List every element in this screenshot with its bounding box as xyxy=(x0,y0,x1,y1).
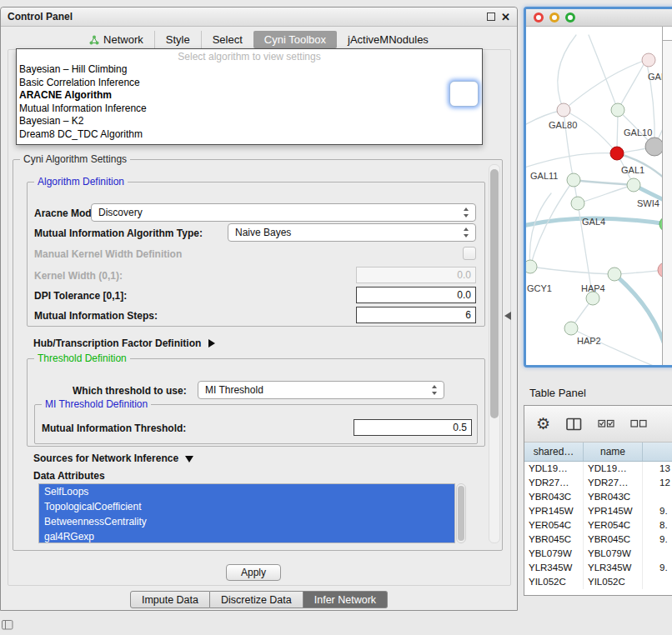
attribute-list-item[interactable]: SelfLoops xyxy=(39,484,454,499)
table-cell: 9. xyxy=(643,561,672,575)
dropdown-placeholder-option[interactable]: Select algorithm to view settings xyxy=(17,51,482,63)
algorithm-definition-group: Algorithm Definition Aracne Mode: Discov… xyxy=(27,182,485,327)
mi-steps-field[interactable] xyxy=(356,307,476,323)
scrollbar-thumb[interactable] xyxy=(458,486,464,541)
collapse-arrow-icon[interactable] xyxy=(504,312,511,320)
checked-boxes-icon[interactable] xyxy=(598,419,614,428)
tab-cyni-toolbox[interactable]: Cyni Toolbox xyxy=(253,31,337,48)
settings-scrollbar[interactable] xyxy=(489,164,500,543)
dpi-tolerance-field[interactable] xyxy=(356,287,476,303)
table-row[interactable]: YDR27…YDR27…12 xyxy=(524,476,672,490)
table-panel-title: Table Panel xyxy=(529,387,586,399)
which-threshold-combo[interactable]: MI Threshold xyxy=(198,381,444,399)
tab-label: Network xyxy=(103,33,143,46)
network-node[interactable] xyxy=(567,173,580,187)
table-cell: YDL19… xyxy=(524,462,584,476)
panel-dock-icon[interactable] xyxy=(2,618,13,628)
subgroup-title: Threshold Definition xyxy=(34,352,130,364)
tab-discretize-data[interactable]: Discretize Data xyxy=(210,591,303,608)
table-row[interactable]: YLR345WYLR345W9. xyxy=(524,561,672,575)
table-cell: YPR145W xyxy=(524,504,584,518)
algorithm-option[interactable]: Dream8 DC_TDC Algorithm xyxy=(17,128,482,142)
tab-select[interactable]: Select xyxy=(201,31,253,48)
close-traffic-light-icon[interactable] xyxy=(534,12,544,22)
algorithm-option[interactable]: Bayesian – Hill Climbing xyxy=(17,63,482,77)
table-cell: YIL052C xyxy=(584,575,643,589)
unchecked-boxes-icon[interactable] xyxy=(630,419,647,428)
minimize-traffic-light-icon[interactable] xyxy=(549,12,559,22)
algorithm-option[interactable]: Bayesian – K2 xyxy=(17,115,482,128)
tab-jactivemnodules[interactable]: jActiveMNodules xyxy=(337,31,439,48)
network-node[interactable] xyxy=(610,147,624,160)
network-window-titlebar[interactable] xyxy=(526,9,672,27)
table-row[interactable]: YDL19…YDL19…13 xyxy=(524,462,672,476)
dpi-tolerance-label: DPI Tolerance [0,1]: xyxy=(34,290,127,302)
gear-icon[interactable]: ⚙ xyxy=(536,416,550,432)
mi-threshold-definition-group: MI Threshold Definition Mutual Informati… xyxy=(34,404,478,444)
table-row[interactable]: YPR145WYPR145W9. xyxy=(524,504,672,518)
network-node[interactable] xyxy=(557,103,570,117)
network-node-label: GAL80 xyxy=(549,120,577,130)
subgroup-title: Algorithm Definition xyxy=(34,176,128,188)
algorithm-option[interactable]: ARACNE Algorithm xyxy=(17,89,482,102)
float-window-icon[interactable] xyxy=(487,12,495,21)
scrollbar-button[interactable] xyxy=(663,27,672,41)
tab-impute-data[interactable]: Impute Data xyxy=(130,591,210,608)
apply-button[interactable]: Apply xyxy=(226,564,281,581)
zoom-traffic-light-icon[interactable] xyxy=(565,12,575,22)
manual-kernel-checkbox[interactable] xyxy=(463,247,476,260)
window-title: Control Panel xyxy=(8,11,73,22)
network-node[interactable] xyxy=(608,268,621,281)
network-node[interactable] xyxy=(586,292,599,305)
network-node[interactable] xyxy=(645,138,664,156)
table-cell: YPR145W xyxy=(584,504,643,518)
attribute-list-item[interactable]: BetweennessCentrality xyxy=(39,514,454,529)
network-node[interactable] xyxy=(642,53,655,67)
aracne-mode-combo[interactable]: Discovery xyxy=(91,203,476,222)
network-node-label: HAP2 xyxy=(577,336,601,346)
window-controls: ✕ xyxy=(487,12,510,22)
table-cell: 9. xyxy=(643,532,672,547)
algorithm-option[interactable]: Basic Correlation Inference xyxy=(17,77,482,90)
mi-threshold-field[interactable] xyxy=(354,419,472,436)
mi-algorithm-type-combo[interactable]: Naive Bayes xyxy=(228,223,476,242)
data-attributes-list[interactable]: SelfLoopsTopologicalCoefficientBetweenne… xyxy=(38,483,455,543)
kernel-width-field[interactable] xyxy=(356,267,476,283)
attributes-scrollbar[interactable] xyxy=(456,483,466,543)
combo-value: Naive Bayes xyxy=(235,227,291,238)
column-header-name[interactable]: name xyxy=(584,442,643,461)
network-node[interactable] xyxy=(571,197,584,210)
hub-definition-expander[interactable]: Hub/Transcription Factor Definition xyxy=(33,337,215,350)
network-scrollbar[interactable] xyxy=(662,27,672,365)
column-header-partial[interactable] xyxy=(643,442,672,461)
tab-label: Select xyxy=(213,33,243,46)
tab-style[interactable]: Style xyxy=(154,31,201,48)
close-icon[interactable]: ✕ xyxy=(501,12,510,22)
table-row[interactable]: YBR043CYBR043C xyxy=(524,490,672,504)
table-row[interactable]: YBL079WYBL079W xyxy=(524,547,672,561)
network-node[interactable] xyxy=(611,103,624,117)
scrollbar-thumb[interactable] xyxy=(490,169,499,418)
sources-expander[interactable]: Sources for Network Inference xyxy=(33,452,193,465)
network-node[interactable] xyxy=(526,260,537,273)
table-row[interactable]: YBR045CYBR045C9. xyxy=(524,532,672,547)
column-header-shared-name[interactable]: shared… xyxy=(524,442,584,461)
control-panel-window: Control Panel ✕ Network Style Select Cyn… xyxy=(0,7,518,611)
network-node[interactable] xyxy=(627,178,640,192)
tab-network[interactable]: Network xyxy=(78,31,154,48)
table-cell: YBR045C xyxy=(584,532,643,547)
attribute-list-item[interactable]: TopologicalCoefficient xyxy=(39,499,454,514)
columns-icon[interactable] xyxy=(566,418,582,431)
focused-combobox-fragment[interactable] xyxy=(449,81,479,107)
table-row[interactable]: YER054CYER054C8. xyxy=(524,518,672,532)
table-row[interactable]: YIL052CYIL052C xyxy=(524,575,672,589)
control-panel-titlebar[interactable]: Control Panel ✕ xyxy=(1,8,517,27)
cyni-mode-tabs: Impute Data Discretize Data Infer Networ… xyxy=(1,591,517,608)
attribute-list-item[interactable]: gal4RGexp xyxy=(39,529,454,543)
algorithm-option[interactable]: Mutual Information Inference xyxy=(17,102,482,116)
table-panel: ⚙ shared… name YDL19…YDL19…13YDR27…YDR27… xyxy=(524,405,672,596)
network-node[interactable] xyxy=(564,322,578,335)
tab-infer-network[interactable]: Infer Network xyxy=(303,591,388,608)
network-canvas[interactable]: GALGAL80GAL10GAL11GAL1SWI4GAL4GCY1HAP4HA… xyxy=(526,27,672,365)
chevron-right-icon xyxy=(208,339,215,348)
